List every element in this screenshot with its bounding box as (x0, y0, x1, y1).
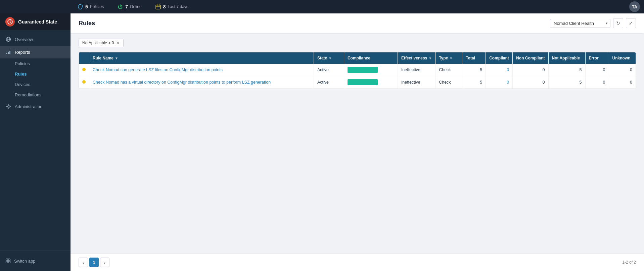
sidebar-item-administration[interactable]: Administration (0, 100, 71, 113)
row-status-cell (79, 76, 89, 89)
chart-icon (5, 49, 11, 55)
filter-chips: NotApplicable > 0 ✕ (79, 39, 636, 47)
row-not-applicable-cell: 5 (548, 64, 585, 76)
stat-num-online: 7 (125, 4, 128, 9)
sidebar: Guaranteed State Overview (0, 13, 71, 271)
page-title: Rules (79, 20, 95, 27)
apps-icon (5, 258, 11, 264)
topbar-stat-policies[interactable]: 5 Policies (71, 0, 110, 13)
col-compliance: Compliance (344, 52, 398, 64)
sidebar-item-reports-label: Reports (15, 50, 30, 55)
topbar-right: TA (629, 1, 640, 12)
row-status-cell (79, 64, 89, 76)
col-total: Total (462, 52, 486, 64)
col-effectiveness-filter-icon[interactable]: ▼ (428, 56, 432, 60)
policy-dropdown[interactable]: Nomad Client Health (550, 19, 610, 28)
row-state-cell: Active (314, 64, 344, 76)
table-row: Check Nomad has a virtual directory on C… (79, 76, 636, 89)
sidebar-item-overview[interactable]: Overview (0, 33, 71, 46)
row-compliant-cell[interactable]: 0 (486, 64, 513, 76)
row-compliance-cell (344, 76, 398, 89)
rules-table-container: Rule Name ▼ State ▼ (79, 52, 636, 89)
col-effectiveness: Effectiveness ▼ (398, 52, 435, 64)
filter-chip-label: NotApplicable > 0 (82, 41, 114, 45)
header-controls: Nomad Client Health ↻ ⤢ (550, 18, 636, 28)
col-type-filter-icon[interactable]: ▼ (449, 56, 453, 60)
sidebar-sub-rules[interactable]: Rules (0, 69, 71, 79)
page-controls: ‹ 1 › (79, 258, 109, 267)
rules-table: Rule Name ▼ State ▼ (79, 52, 636, 89)
col-not-applicable: Not Applicable (548, 52, 585, 64)
row-non-compliant-cell: 0 (513, 64, 548, 76)
rule-name-link[interactable]: Check Nomad can generate LSZ files on Co… (93, 67, 223, 72)
prev-page-button[interactable]: ‹ (79, 258, 88, 267)
row-unknown-cell: 0 (609, 64, 636, 76)
status-dot (82, 68, 86, 71)
gear-icon (5, 103, 11, 109)
content-body: NotApplicable > 0 ✕ Rule Name ▼ (71, 33, 644, 253)
stat-num-last7days: 8 (163, 4, 166, 9)
col-total-label: Total (466, 56, 475, 60)
page-1-button[interactable]: 1 (89, 258, 99, 267)
col-state-filter-icon[interactable]: ▼ (328, 56, 332, 60)
col-rule-name-filter-icon[interactable]: ▼ (115, 56, 118, 60)
user-avatar[interactable]: TA (629, 1, 640, 12)
col-not-applicable-label: Not Applicable (552, 56, 580, 60)
col-type: Type ▼ (435, 52, 462, 64)
pagination: ‹ 1 › 1-2 of 2 (71, 253, 644, 271)
main-content: Rules Nomad Client Health ↻ ⤢ NotA (71, 13, 644, 271)
table-header-row: Rule Name ▼ State ▼ (79, 52, 636, 64)
svg-point-11 (8, 106, 9, 107)
rule-name-link[interactable]: Check Nomad has a virtual directory on C… (93, 80, 271, 85)
col-state: State ▼ (314, 52, 344, 64)
col-non-compliant-label: Non Compliant (516, 56, 545, 60)
sidebar-sub-remediations[interactable]: Remediations (0, 90, 71, 100)
col-error: Error (585, 52, 609, 64)
row-non-compliant-cell: 0 (513, 76, 548, 89)
policy-dropdown-wrapper: Nomad Client Health (550, 19, 610, 28)
topbar-stat-online[interactable]: 7 Online (110, 0, 148, 13)
filter-chip-close[interactable]: ✕ (116, 40, 120, 46)
col-state-label: State (317, 56, 327, 60)
row-rule-name-cell: Check Nomad can generate LSZ files on Co… (89, 64, 314, 76)
calendar-icon (155, 4, 161, 10)
row-total-cell: 5 (462, 64, 486, 76)
sidebar-sub-policies-label: Policies (15, 61, 30, 66)
refresh-button[interactable]: ↻ (613, 18, 623, 28)
row-type-cell: Check (435, 76, 462, 89)
table-row: Check Nomad can generate LSZ files on Co… (79, 64, 636, 76)
stat-num-policies: 5 (85, 4, 88, 9)
table-body: Check Nomad can generate LSZ files on Co… (79, 64, 636, 89)
sidebar-sub-nav: Policies Rules Devices Remediations (0, 58, 71, 100)
status-dot (82, 80, 86, 84)
stat-label-last7days: Last 7 days (168, 4, 188, 9)
expand-button[interactable]: ⤢ (626, 18, 636, 28)
filter-chip-not-applicable[interactable]: NotApplicable > 0 ✕ (79, 39, 124, 47)
svg-rect-9 (8, 52, 9, 54)
topbar: 5 Policies 7 Online 8 Last 7 days TA (0, 0, 644, 13)
sidebar-item-overview-label: Overview (15, 37, 33, 42)
brand-logo (5, 17, 15, 27)
sidebar-sub-devices-label: Devices (15, 82, 30, 87)
switch-app-label: Switch app (14, 259, 36, 264)
next-page-button[interactable]: › (100, 258, 109, 267)
topbar-stat-last7days[interactable]: 8 Last 7 days (148, 0, 195, 13)
compliance-bar (348, 67, 378, 73)
sidebar-switch-app[interactable]: Switch app (0, 255, 71, 267)
sidebar-sub-devices[interactable]: Devices (0, 79, 71, 90)
svg-rect-15 (8, 261, 10, 263)
col-error-label: Error (589, 56, 599, 60)
sidebar-sub-policies[interactable]: Policies (0, 58, 71, 69)
power-icon (117, 4, 123, 10)
row-total-cell: 5 (462, 76, 486, 89)
col-rule-name: Rule Name ▼ (89, 52, 314, 64)
shield-icon (77, 4, 83, 10)
svg-rect-8 (6, 53, 7, 54)
svg-rect-12 (6, 259, 8, 261)
sidebar-brand: Guaranteed State (0, 13, 71, 30)
row-rule-name-cell: Check Nomad has a virtual directory on C… (89, 76, 314, 89)
col-unknown-label: Unknown (612, 56, 631, 60)
sidebar-item-reports[interactable]: Reports (0, 46, 71, 58)
row-compliant-cell[interactable]: 0 (486, 76, 513, 89)
globe-icon (5, 36, 11, 42)
